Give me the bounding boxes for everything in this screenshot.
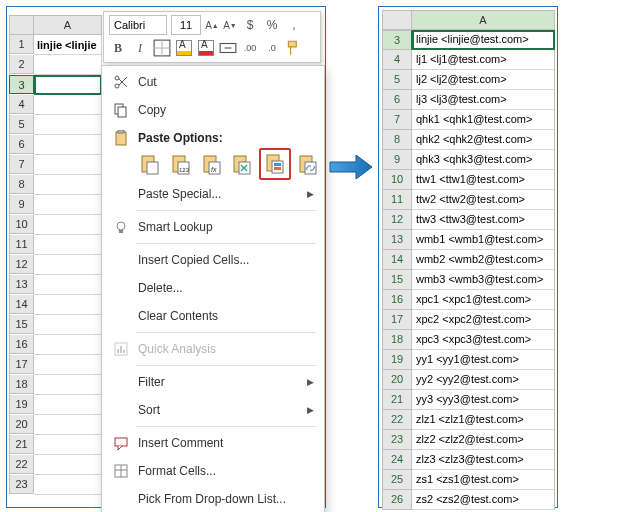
cell[interactable] [34,215,102,235]
row-header[interactable]: 15 [382,270,412,290]
comma-format-button[interactable]: , [285,16,303,34]
paste-transpose[interactable] [228,151,256,179]
cell[interactable]: yy3 <yy3@test.com> [412,390,555,410]
row-header[interactable]: 16 [9,335,34,354]
menu-pick-list[interactable]: Pick From Drop-down List... [102,485,324,512]
currency-format-button[interactable]: $ [241,16,259,34]
select-all-corner[interactable] [9,15,34,35]
merge-center-button[interactable] [219,39,237,57]
row-header[interactable]: 21 [382,390,412,410]
cell[interactable]: zs2 <zs2@test.com> [412,490,555,510]
cell[interactable]: xpc2 <xpc2@test.com> [412,310,555,330]
row-header[interactable]: 11 [9,235,34,254]
row-header[interactable]: 12 [382,210,412,230]
cell[interactable] [34,175,102,195]
cell[interactable]: xpc1 <xpc1@test.com> [412,290,555,310]
row-header[interactable]: 19 [382,350,412,370]
cell[interactable]: xpc3 <xpc3@test.com> [412,330,555,350]
paste-link[interactable] [294,151,322,179]
cell[interactable]: zs1 <zs1@test.com> [412,470,555,490]
menu-cut[interactable]: Cut [102,68,324,96]
menu-filter[interactable]: Filter ▶ [102,368,324,396]
percent-format-button[interactable]: % [263,16,281,34]
select-all-corner[interactable] [382,10,412,30]
row-header[interactable]: 16 [382,290,412,310]
cell[interactable]: wmb2 <wmb2@test.com> [412,250,555,270]
cell[interactable]: lj3 <lj3@test.com> [412,90,555,110]
cell[interactable] [34,355,102,375]
row-header[interactable]: 18 [382,330,412,350]
row-header[interactable]: 26 [382,490,412,510]
cell[interactable]: lj1 <lj1@test.com> [412,50,555,70]
cell[interactable]: linjie <linjie@test.com> [412,30,555,50]
row-header[interactable]: 20 [382,370,412,390]
row-header[interactable]: 3 [382,30,412,50]
cell[interactable] [34,315,102,335]
cell[interactable] [34,95,102,115]
decrease-font-icon[interactable]: A▼ [223,16,237,34]
row-header[interactable]: 8 [382,130,412,150]
row-header[interactable]: 23 [382,430,412,450]
menu-paste-special[interactable]: Paste Special... ▶ [102,180,324,208]
row-header[interactable]: 11 [382,190,412,210]
row-header[interactable]: 14 [382,250,412,270]
menu-smart-lookup[interactable]: Smart Lookup [102,213,324,241]
cell[interactable] [34,135,102,155]
row-header[interactable]: 22 [9,455,34,474]
cell[interactable]: wmb3 <wmb3@test.com> [412,270,555,290]
row-header[interactable]: 24 [382,450,412,470]
row-header[interactable]: 9 [9,195,34,214]
row-header[interactable]: 13 [382,230,412,250]
increase-font-icon[interactable]: A▲ [205,16,219,34]
menu-clear-contents[interactable]: Clear Contents [102,302,324,330]
cell[interactable] [34,75,102,95]
cell[interactable]: ttw2 <ttw2@test.com> [412,190,555,210]
row-header[interactable]: 22 [382,410,412,430]
paste-default[interactable] [136,151,164,179]
row-header[interactable]: 25 [382,470,412,490]
cell[interactable] [34,475,102,495]
font-name-input[interactable] [109,15,167,35]
cell[interactable] [34,115,102,135]
row-header[interactable]: 20 [9,415,34,434]
menu-copy[interactable]: Copy [102,96,324,124]
row-header[interactable]: 19 [9,395,34,414]
cell[interactable] [34,375,102,395]
cell[interactable] [34,55,102,75]
menu-delete[interactable]: Delete... [102,274,324,302]
cell[interactable] [34,235,102,255]
cell[interactable] [34,295,102,315]
borders-button[interactable] [153,39,171,57]
row-header[interactable]: 12 [9,255,34,274]
paste-formatting[interactable] [259,148,291,180]
row-header[interactable]: 14 [9,295,34,314]
cell[interactable] [34,195,102,215]
cell[interactable] [34,275,102,295]
italic-button[interactable]: I [131,39,149,57]
row-header[interactable]: 21 [9,435,34,454]
row-header[interactable]: 17 [9,355,34,374]
format-painter-button[interactable] [285,39,303,57]
paste-values[interactable]: 123 [167,151,195,179]
cell[interactable]: ttw1 <ttw1@test.com> [412,170,555,190]
row-header[interactable]: 3 [9,75,34,94]
row-header[interactable]: 9 [382,150,412,170]
row-header[interactable]: 8 [9,175,34,194]
cell[interactable] [34,335,102,355]
cell[interactable]: zlz3 <zlz3@test.com> [412,450,555,470]
row-header[interactable]: 5 [382,70,412,90]
row-header[interactable]: 7 [9,155,34,174]
row-header[interactable]: 6 [9,135,34,154]
menu-insert-comment[interactable]: Insert Comment [102,429,324,457]
row-header[interactable]: 6 [382,90,412,110]
row-header[interactable]: 13 [9,275,34,294]
fill-color-button[interactable] [175,39,193,57]
row-header[interactable]: 17 [382,310,412,330]
cell[interactable]: linjie <linjie [34,35,102,55]
cell[interactable]: yy1 <yy1@test.com> [412,350,555,370]
font-size-input[interactable] [171,15,201,35]
cell[interactable] [34,415,102,435]
row-header[interactable]: 1 [9,35,34,54]
column-header-a[interactable]: A [34,15,102,35]
row-header[interactable]: 10 [382,170,412,190]
